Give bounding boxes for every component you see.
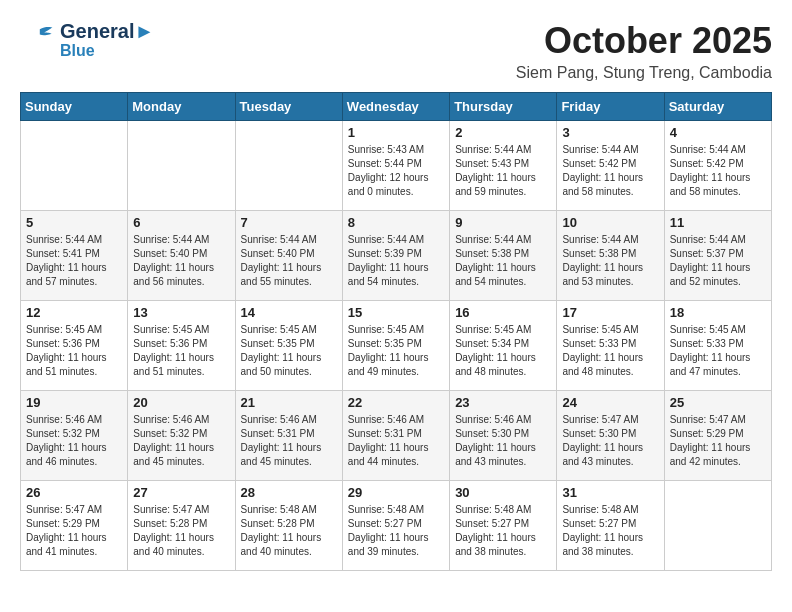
day-info: Sunrise: 5:43 AM Sunset: 5:44 PM Dayligh… (348, 143, 444, 199)
day-info: Sunrise: 5:48 AM Sunset: 5:27 PM Dayligh… (348, 503, 444, 559)
week-row-2: 5Sunrise: 5:44 AM Sunset: 5:41 PM Daylig… (21, 211, 772, 301)
calendar-cell: 29Sunrise: 5:48 AM Sunset: 5:27 PM Dayli… (342, 481, 449, 571)
calendar-cell: 12Sunrise: 5:45 AM Sunset: 5:36 PM Dayli… (21, 301, 128, 391)
calendar-cell: 26Sunrise: 5:47 AM Sunset: 5:29 PM Dayli… (21, 481, 128, 571)
calendar-cell: 13Sunrise: 5:45 AM Sunset: 5:36 PM Dayli… (128, 301, 235, 391)
logo: General► Blue (20, 20, 154, 60)
day-info: Sunrise: 5:44 AM Sunset: 5:38 PM Dayligh… (455, 233, 551, 289)
weekday-header-tuesday: Tuesday (235, 93, 342, 121)
day-number: 7 (241, 215, 337, 230)
day-number: 21 (241, 395, 337, 410)
day-number: 10 (562, 215, 658, 230)
day-info: Sunrise: 5:45 AM Sunset: 5:35 PM Dayligh… (348, 323, 444, 379)
week-row-1: 1Sunrise: 5:43 AM Sunset: 5:44 PM Daylig… (21, 121, 772, 211)
day-info: Sunrise: 5:44 AM Sunset: 5:40 PM Dayligh… (241, 233, 337, 289)
day-info: Sunrise: 5:44 AM Sunset: 5:41 PM Dayligh… (26, 233, 122, 289)
day-number: 15 (348, 305, 444, 320)
day-info: Sunrise: 5:47 AM Sunset: 5:28 PM Dayligh… (133, 503, 229, 559)
day-info: Sunrise: 5:44 AM Sunset: 5:42 PM Dayligh… (562, 143, 658, 199)
week-row-4: 19Sunrise: 5:46 AM Sunset: 5:32 PM Dayli… (21, 391, 772, 481)
calendar-cell: 20Sunrise: 5:46 AM Sunset: 5:32 PM Dayli… (128, 391, 235, 481)
day-info: Sunrise: 5:45 AM Sunset: 5:33 PM Dayligh… (562, 323, 658, 379)
day-number: 26 (26, 485, 122, 500)
calendar-cell: 27Sunrise: 5:47 AM Sunset: 5:28 PM Dayli… (128, 481, 235, 571)
calendar-cell: 7Sunrise: 5:44 AM Sunset: 5:40 PM Daylig… (235, 211, 342, 301)
calendar-body: 1Sunrise: 5:43 AM Sunset: 5:44 PM Daylig… (21, 121, 772, 571)
day-number: 28 (241, 485, 337, 500)
calendar-cell (128, 121, 235, 211)
calendar-cell: 10Sunrise: 5:44 AM Sunset: 5:38 PM Dayli… (557, 211, 664, 301)
day-number: 25 (670, 395, 766, 410)
day-info: Sunrise: 5:47 AM Sunset: 5:29 PM Dayligh… (26, 503, 122, 559)
weekday-header-sunday: Sunday (21, 93, 128, 121)
day-info: Sunrise: 5:46 AM Sunset: 5:31 PM Dayligh… (348, 413, 444, 469)
day-info: Sunrise: 5:45 AM Sunset: 5:36 PM Dayligh… (133, 323, 229, 379)
day-number: 13 (133, 305, 229, 320)
logo-text: General► Blue (60, 20, 154, 60)
weekday-header-monday: Monday (128, 93, 235, 121)
calendar-cell: 18Sunrise: 5:45 AM Sunset: 5:33 PM Dayli… (664, 301, 771, 391)
day-number: 14 (241, 305, 337, 320)
day-number: 18 (670, 305, 766, 320)
day-number: 9 (455, 215, 551, 230)
day-number: 27 (133, 485, 229, 500)
calendar-cell: 11Sunrise: 5:44 AM Sunset: 5:37 PM Dayli… (664, 211, 771, 301)
day-info: Sunrise: 5:47 AM Sunset: 5:29 PM Dayligh… (670, 413, 766, 469)
day-number: 22 (348, 395, 444, 410)
day-number: 4 (670, 125, 766, 140)
calendar-cell: 30Sunrise: 5:48 AM Sunset: 5:27 PM Dayli… (450, 481, 557, 571)
calendar-cell (235, 121, 342, 211)
calendar-cell: 15Sunrise: 5:45 AM Sunset: 5:35 PM Dayli… (342, 301, 449, 391)
day-info: Sunrise: 5:44 AM Sunset: 5:40 PM Dayligh… (133, 233, 229, 289)
day-number: 29 (348, 485, 444, 500)
logo-icon (20, 22, 56, 58)
day-number: 11 (670, 215, 766, 230)
calendar-cell: 9Sunrise: 5:44 AM Sunset: 5:38 PM Daylig… (450, 211, 557, 301)
page-header: General► Blue October 2025 Siem Pang, St… (20, 20, 772, 82)
day-number: 6 (133, 215, 229, 230)
weekday-header-thursday: Thursday (450, 93, 557, 121)
weekday-row: SundayMondayTuesdayWednesdayThursdayFrid… (21, 93, 772, 121)
day-info: Sunrise: 5:44 AM Sunset: 5:38 PM Dayligh… (562, 233, 658, 289)
day-info: Sunrise: 5:46 AM Sunset: 5:30 PM Dayligh… (455, 413, 551, 469)
day-info: Sunrise: 5:46 AM Sunset: 5:31 PM Dayligh… (241, 413, 337, 469)
weekday-header-wednesday: Wednesday (342, 93, 449, 121)
calendar-header: SundayMondayTuesdayWednesdayThursdayFrid… (21, 93, 772, 121)
calendar-cell: 5Sunrise: 5:44 AM Sunset: 5:41 PM Daylig… (21, 211, 128, 301)
day-info: Sunrise: 5:47 AM Sunset: 5:30 PM Dayligh… (562, 413, 658, 469)
day-number: 5 (26, 215, 122, 230)
week-row-3: 12Sunrise: 5:45 AM Sunset: 5:36 PM Dayli… (21, 301, 772, 391)
calendar-cell: 19Sunrise: 5:46 AM Sunset: 5:32 PM Dayli… (21, 391, 128, 481)
day-number: 1 (348, 125, 444, 140)
day-info: Sunrise: 5:48 AM Sunset: 5:27 PM Dayligh… (455, 503, 551, 559)
day-info: Sunrise: 5:45 AM Sunset: 5:34 PM Dayligh… (455, 323, 551, 379)
calendar-cell: 6Sunrise: 5:44 AM Sunset: 5:40 PM Daylig… (128, 211, 235, 301)
day-info: Sunrise: 5:44 AM Sunset: 5:37 PM Dayligh… (670, 233, 766, 289)
day-number: 31 (562, 485, 658, 500)
calendar-cell: 2Sunrise: 5:44 AM Sunset: 5:43 PM Daylig… (450, 121, 557, 211)
day-number: 8 (348, 215, 444, 230)
calendar-cell: 23Sunrise: 5:46 AM Sunset: 5:30 PM Dayli… (450, 391, 557, 481)
day-number: 30 (455, 485, 551, 500)
day-number: 23 (455, 395, 551, 410)
month-title: October 2025 (516, 20, 772, 62)
calendar-cell: 31Sunrise: 5:48 AM Sunset: 5:27 PM Dayli… (557, 481, 664, 571)
day-number: 20 (133, 395, 229, 410)
calendar-cell (21, 121, 128, 211)
calendar-cell: 24Sunrise: 5:47 AM Sunset: 5:30 PM Dayli… (557, 391, 664, 481)
calendar-cell: 14Sunrise: 5:45 AM Sunset: 5:35 PM Dayli… (235, 301, 342, 391)
day-info: Sunrise: 5:46 AM Sunset: 5:32 PM Dayligh… (26, 413, 122, 469)
calendar-cell: 22Sunrise: 5:46 AM Sunset: 5:31 PM Dayli… (342, 391, 449, 481)
day-number: 19 (26, 395, 122, 410)
day-info: Sunrise: 5:45 AM Sunset: 5:33 PM Dayligh… (670, 323, 766, 379)
weekday-header-friday: Friday (557, 93, 664, 121)
calendar-cell: 25Sunrise: 5:47 AM Sunset: 5:29 PM Dayli… (664, 391, 771, 481)
day-info: Sunrise: 5:44 AM Sunset: 5:39 PM Dayligh… (348, 233, 444, 289)
calendar-table: SundayMondayTuesdayWednesdayThursdayFrid… (20, 92, 772, 571)
day-number: 2 (455, 125, 551, 140)
week-row-5: 26Sunrise: 5:47 AM Sunset: 5:29 PM Dayli… (21, 481, 772, 571)
day-info: Sunrise: 5:48 AM Sunset: 5:27 PM Dayligh… (562, 503, 658, 559)
calendar-cell: 21Sunrise: 5:46 AM Sunset: 5:31 PM Dayli… (235, 391, 342, 481)
calendar-cell: 3Sunrise: 5:44 AM Sunset: 5:42 PM Daylig… (557, 121, 664, 211)
day-info: Sunrise: 5:46 AM Sunset: 5:32 PM Dayligh… (133, 413, 229, 469)
